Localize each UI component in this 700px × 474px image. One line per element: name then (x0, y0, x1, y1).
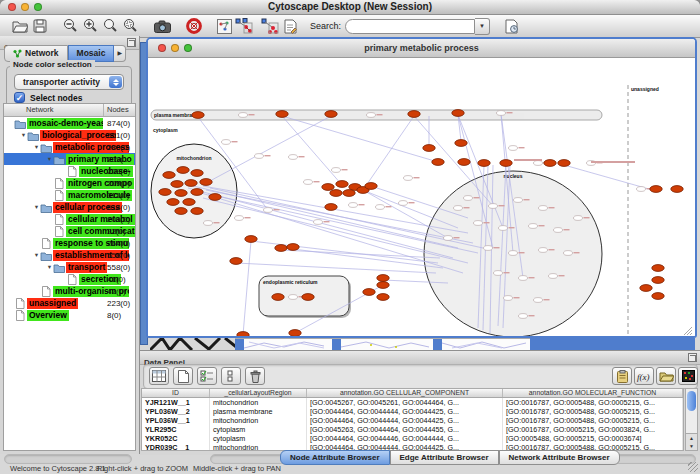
network-node[interactable] (554, 228, 563, 233)
help-lifebuoy-icon[interactable] (184, 17, 204, 35)
column-header-id[interactable]: ID (142, 389, 210, 397)
network-node[interactable] (404, 176, 413, 181)
tree-row-biological-process[interactable]: ▼biological_process651(0) (4, 129, 135, 141)
network-node-selected[interactable] (458, 159, 470, 166)
network-window-titlebar[interactable]: primary metabolic process (148, 39, 695, 58)
network-node[interactable] (454, 206, 463, 211)
network-node-selected[interactable] (671, 186, 683, 193)
network-node-selected[interactable] (652, 277, 664, 284)
network-node-selected[interactable] (336, 181, 348, 188)
network-node-selected[interactable] (230, 258, 242, 265)
network-node[interactable] (239, 113, 248, 118)
tree-row-cellular-metabol[interactable]: cellular metabol209(0) (4, 213, 135, 225)
zoom-window-button[interactable] (34, 3, 42, 11)
float-panel-icon[interactable] (127, 38, 136, 47)
network-node[interactable] (574, 216, 583, 221)
network-node-selected[interactable] (159, 189, 171, 196)
network-node-selected[interactable] (377, 275, 389, 282)
tree-column-network[interactable]: Network (4, 104, 104, 116)
table-row[interactable]: YPL036W__1mitochondrion[GO:0044464, GO:0… (142, 416, 683, 425)
network-node[interactable] (444, 236, 453, 241)
import-clipboard-icon[interactable] (612, 367, 632, 385)
tree-expander-icon[interactable]: ▼ (20, 132, 27, 138)
tree-row-response-to-stimulu[interactable]: response to stimulu264(0) (4, 237, 135, 249)
network-node[interactable] (332, 168, 341, 173)
network-node-selected[interactable] (325, 204, 337, 211)
network-overview-icon[interactable] (214, 17, 234, 35)
select-attributes-icon[interactable] (197, 367, 217, 385)
zoom-selected-icon[interactable] (120, 17, 140, 35)
network-node-selected[interactable] (325, 111, 337, 118)
network-node-selected[interactable] (191, 189, 203, 196)
scrollbar-arrows[interactable]: ▲▼ (686, 433, 697, 450)
network-node[interactable] (474, 221, 483, 226)
tree-row-cell-communicat[interactable]: cell communicat22(0) (4, 225, 135, 237)
tab-edge-attribute-browser[interactable]: Edge Attribute Browser (390, 450, 499, 465)
network-node[interactable] (509, 251, 518, 256)
tree-row-overview[interactable]: Overview8(0) (4, 309, 135, 321)
zoom-in-icon[interactable] (80, 17, 100, 35)
network-minimize-button[interactable] (171, 44, 179, 52)
network-node-selected[interactable] (272, 294, 284, 301)
network-node-selected[interactable] (287, 244, 299, 251)
network-node-selected[interactable] (500, 160, 512, 167)
network-node-selected[interactable] (289, 330, 301, 337)
network-node[interactable] (367, 113, 376, 118)
network-node[interactable] (204, 221, 213, 226)
background-window-fragment[interactable] (332, 338, 433, 350)
network-zoom-button[interactable] (184, 44, 192, 52)
unselect-attributes-icon[interactable] (221, 367, 241, 385)
network-node-selected[interactable] (455, 140, 467, 147)
network-node-selected[interactable] (192, 112, 204, 119)
zoom-out-icon[interactable] (60, 17, 80, 35)
tree-row-mosaic-demo-yeast[interactable]: mosaic-demo-yeast874(0) (4, 117, 135, 129)
network-node-selected[interactable] (652, 265, 664, 272)
network-node-selected[interactable] (200, 179, 212, 186)
network-node-selected[interactable] (558, 160, 570, 167)
network-node-selected[interactable] (322, 184, 334, 191)
network-node[interactable] (349, 203, 358, 208)
network-node-selected[interactable] (365, 183, 377, 190)
network-node-selected[interactable] (650, 186, 662, 193)
network-node-selected[interactable] (167, 199, 179, 206)
network-node[interactable] (549, 274, 558, 279)
tree-row-secretion[interactable]: secretion41(0) (4, 273, 135, 285)
snapshot-camera-icon[interactable] (152, 17, 172, 35)
window-resize-grip[interactable] (688, 462, 698, 472)
network-node[interactable] (519, 314, 528, 319)
table-row[interactable]: YJR121W__1mitochondrion[GO:0045267, GO:0… (142, 398, 683, 407)
network-node-selected[interactable] (276, 111, 288, 118)
minimize-window-button[interactable] (21, 3, 29, 11)
network-node-selected[interactable] (377, 282, 389, 289)
network-node-selected[interactable] (191, 208, 203, 215)
network-node-selected[interactable] (175, 208, 187, 215)
table-row[interactable]: YLR295Ccytoplasm[GO:0045263, GO:0044464,… (142, 425, 683, 434)
network-node[interactable] (399, 201, 408, 206)
network-node-selected[interactable] (183, 199, 195, 206)
tree-row-cellular-process[interactable]: ▼cellular process614(0) (4, 201, 135, 213)
network-node[interactable] (509, 146, 518, 151)
annotation-blue-red-icon[interactable] (234, 17, 254, 35)
open-icon[interactable] (10, 17, 30, 35)
network-node[interactable] (255, 154, 264, 159)
network-node[interactable] (637, 187, 646, 192)
column-header-cellular-component[interactable]: annotation.GO CELLULAR_COMPONENT (307, 389, 503, 397)
network-node-selected[interactable] (237, 332, 249, 337)
open-folder-icon[interactable] (656, 367, 676, 385)
search-dropdown-arrow[interactable]: ▼ (475, 18, 490, 35)
tab-overflow-arrow[interactable]: ▶ (114, 45, 126, 62)
network-node-selected[interactable] (185, 180, 197, 187)
network-node-selected[interactable] (408, 111, 420, 118)
tree-row-metabolic-process[interactable]: ▼metabolic process280(0) (4, 141, 135, 153)
network-node-selected[interactable] (343, 190, 355, 197)
network-node-selected[interactable] (330, 190, 342, 197)
network-node[interactable] (464, 196, 473, 201)
network-node-selected[interactable] (171, 181, 183, 188)
column-header-region[interactable]: _cellularLayoutRegion (210, 389, 307, 397)
network-node-selected[interactable] (275, 245, 287, 252)
column-header-molecular-function[interactable]: annotation.GO MOLECULAR_FUNCTION (503, 389, 683, 397)
network-node[interactable] (534, 298, 543, 303)
network-node[interactable] (222, 140, 231, 145)
tree-expander-icon[interactable]: ▼ (33, 144, 40, 150)
tree-expander-icon[interactable]: ▼ (46, 156, 53, 162)
